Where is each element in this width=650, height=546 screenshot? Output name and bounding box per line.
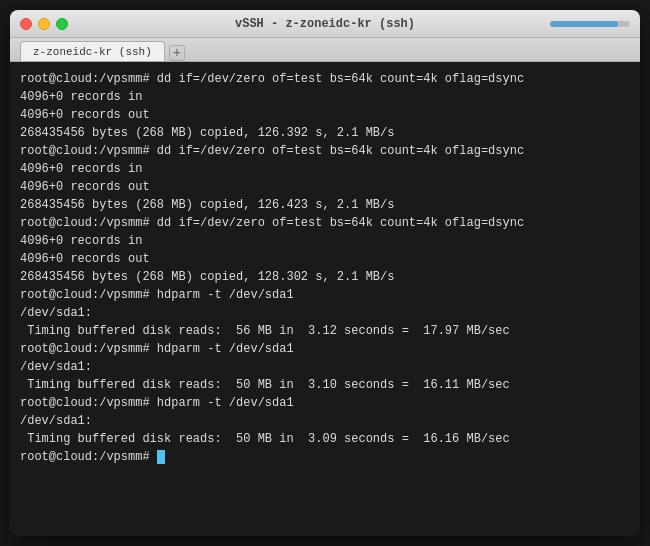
terminal-line: root@cloud:/vpsmm# (20, 448, 630, 466)
terminal-cursor (157, 450, 165, 464)
terminal-line: /dev/sda1: (20, 304, 630, 322)
terminal-line: root@cloud:/vpsmm# dd if=/dev/zero of=te… (20, 70, 630, 88)
terminal-line: /dev/sda1: (20, 412, 630, 430)
terminal-line: root@cloud:/vpsmm# dd if=/dev/zero of=te… (20, 142, 630, 160)
close-button[interactable] (20, 18, 32, 30)
terminal-line: 268435456 bytes (268 MB) copied, 126.392… (20, 124, 630, 142)
terminal-line: Timing buffered disk reads: 50 MB in 3.0… (20, 430, 630, 448)
terminal-line: 4096+0 records out (20, 106, 630, 124)
terminal-line: 268435456 bytes (268 MB) copied, 126.423… (20, 196, 630, 214)
terminal-line: Timing buffered disk reads: 56 MB in 3.1… (20, 322, 630, 340)
tab-label: z-zoneidc-kr (ssh) (33, 46, 152, 58)
terminal-line: 4096+0 records in (20, 88, 630, 106)
traffic-lights (20, 18, 68, 30)
terminal-line: Timing buffered disk reads: 50 MB in 3.1… (20, 376, 630, 394)
maximize-button[interactable] (56, 18, 68, 30)
window-title: vSSH - z-zoneidc-kr (ssh) (235, 17, 415, 31)
terminal-line: root@cloud:/vpsmm# hdparm -t /dev/sda1 (20, 394, 630, 412)
terminal-line: 4096+0 records in (20, 160, 630, 178)
minimize-button[interactable] (38, 18, 50, 30)
progress-bar (550, 21, 630, 27)
terminal-output[interactable]: root@cloud:/vpsmm# dd if=/dev/zero of=te… (10, 62, 640, 536)
progress-bar-fill (550, 21, 618, 27)
tab-active[interactable]: z-zoneidc-kr (ssh) (20, 41, 165, 61)
terminal-line: root@cloud:/vpsmm# hdparm -t /dev/sda1 (20, 340, 630, 358)
terminal-line: 4096+0 records out (20, 178, 630, 196)
terminal-line: /dev/sda1: (20, 358, 630, 376)
terminal-line: root@cloud:/vpsmm# hdparm -t /dev/sda1 (20, 286, 630, 304)
terminal-line: 268435456 bytes (268 MB) copied, 128.302… (20, 268, 630, 286)
terminal-line: 4096+0 records out (20, 250, 630, 268)
terminal-line: root@cloud:/vpsmm# dd if=/dev/zero of=te… (20, 214, 630, 232)
new-tab-button[interactable]: + (169, 45, 185, 61)
tab-bar: z-zoneidc-kr (ssh) + (10, 38, 640, 62)
titlebar: vSSH - z-zoneidc-kr (ssh) (10, 10, 640, 38)
terminal-line: 4096+0 records in (20, 232, 630, 250)
terminal-window: vSSH - z-zoneidc-kr (ssh) z-zoneidc-kr (… (10, 10, 640, 536)
